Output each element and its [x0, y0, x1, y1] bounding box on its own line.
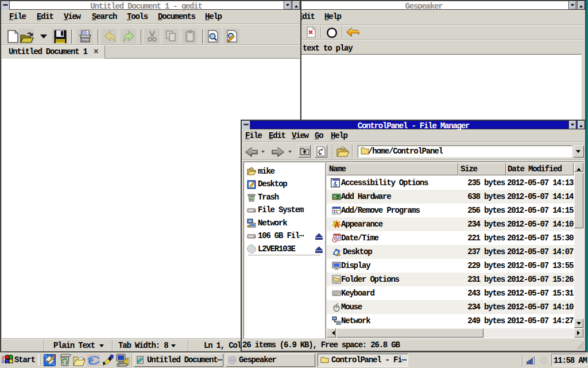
svg-text:A: A: [335, 221, 340, 229]
